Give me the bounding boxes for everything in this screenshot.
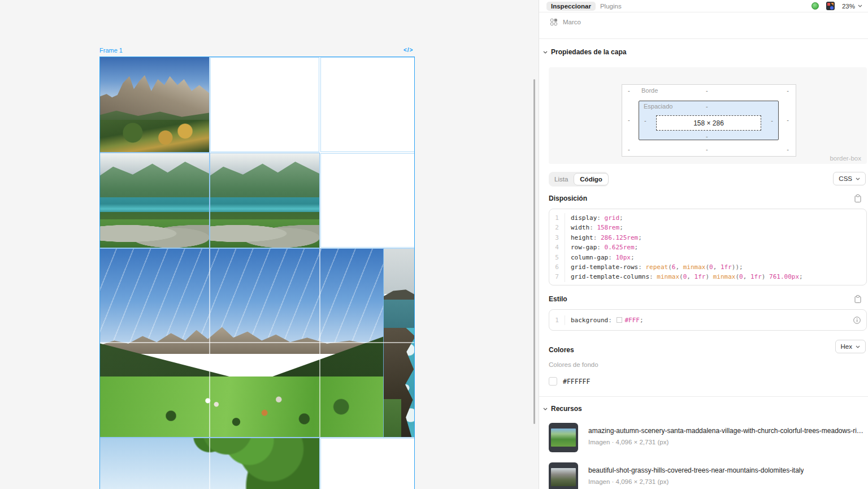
inline-color-swatch xyxy=(617,317,622,323)
border-mid-right-value: - xyxy=(787,116,789,123)
divider xyxy=(539,396,868,397)
style-code-block[interactable]: 1background: #FFF; xyxy=(549,309,867,331)
resource-item[interactable]: beautiful-shot-grassy-hills-covered-tree… xyxy=(549,462,863,489)
code-brackets-icon[interactable]: </> xyxy=(403,47,413,53)
code-line: 1background: #FFF; xyxy=(549,315,866,325)
color-hex-value: #FFFFFF xyxy=(563,378,590,386)
grid-overlay-line xyxy=(209,438,210,489)
chevron-down-icon xyxy=(856,178,860,180)
image-valley xyxy=(100,377,384,437)
padding-bottom-value: - xyxy=(706,133,708,140)
padding-right-value: - xyxy=(771,117,773,124)
zoom-control[interactable]: 23% xyxy=(842,3,862,10)
copy-style-button[interactable] xyxy=(854,295,861,303)
grid-cell-empty[interactable] xyxy=(210,57,319,152)
image-sky xyxy=(384,249,415,294)
padding-left-value: - xyxy=(644,117,646,124)
canvas-scrollbar[interactable] xyxy=(533,79,535,424)
padding-label: Espaciado xyxy=(644,103,672,110)
background-colors-label: Colores de fondo xyxy=(549,361,598,368)
border-bottom-value: - xyxy=(706,146,708,153)
tab-lista[interactable]: Lista xyxy=(549,174,574,185)
border-bottom-left-value: - xyxy=(628,146,630,153)
box-model-padding-box: Espaciado - - - - 158 × 286 xyxy=(639,101,779,140)
resource-thumbnail[interactable] xyxy=(549,462,578,489)
border-right-top-value: - xyxy=(787,87,789,94)
code-line: 5column-gap: 10px; xyxy=(549,253,866,262)
color-format-dropdown[interactable]: Hex xyxy=(835,340,866,353)
clipboard-icon xyxy=(854,295,861,303)
canvas-image-mountain-lake[interactable] xyxy=(100,153,209,248)
panel-header: Inspeccionar Plugins 23% xyxy=(539,0,868,12)
image-sky xyxy=(100,249,384,343)
canvas-image-mountain-lake[interactable] xyxy=(210,153,319,248)
code-line: 4row-gap: 0.625rem; xyxy=(549,243,866,252)
border-bottom-right-value: - xyxy=(787,146,789,153)
chevron-down-icon xyxy=(543,408,548,410)
chevron-down-icon xyxy=(858,5,862,7)
grid-cell-empty[interactable] xyxy=(320,57,415,152)
tab-plugins[interactable]: Plugins xyxy=(596,2,626,11)
marco-label: Marco xyxy=(563,19,581,25)
grid-cell-empty[interactable] xyxy=(320,438,415,489)
border-left-value: - xyxy=(628,87,630,94)
border-top-value: - xyxy=(706,87,708,94)
frame-grid-icon xyxy=(550,19,557,25)
resource-item[interactable]: amazing-autumn-scenery-santa-maddalena-v… xyxy=(549,423,863,452)
resources-header[interactable]: Recursos xyxy=(543,405,582,413)
chevron-down-icon xyxy=(856,345,860,348)
language-dropdown[interactable]: CSS xyxy=(833,172,866,185)
divider xyxy=(539,38,868,39)
chevron-down-icon xyxy=(543,51,548,54)
frame-title-label[interactable]: Frame 1 xyxy=(99,47,123,54)
image-rocks xyxy=(100,219,209,248)
style-section-title: Estilo xyxy=(549,295,567,303)
resource-meta: Imagen · 4,096 × 2,731 (px) xyxy=(588,439,863,445)
info-icon[interactable] xyxy=(853,317,861,324)
tab-codigo[interactable]: Código xyxy=(574,173,609,185)
language-dropdown-value: CSS xyxy=(839,175,852,182)
box-model-content-size: 158 × 286 xyxy=(656,115,761,131)
code-line: 1display: grid; xyxy=(549,213,866,223)
view-mode-segmented-control: Lista Código xyxy=(549,172,609,187)
box-model-border-box: Borde - - - - - - - - Espaciado - - - - … xyxy=(622,84,796,157)
plugin-app-icon[interactable] xyxy=(826,2,835,10)
canvas-area[interactable]: Frame 1 </> xyxy=(0,0,539,489)
zoom-level: 23% xyxy=(842,3,855,10)
image-forest xyxy=(100,120,209,152)
code-line: 7grid-template-columns: minmax(0, 1fr) m… xyxy=(549,272,866,282)
code-line: 6grid-template-rows: repeat(6, minmax(0,… xyxy=(549,262,866,272)
frame-1[interactable] xyxy=(99,57,415,489)
layout-section-title: Disposición xyxy=(549,194,587,202)
image-rocks xyxy=(210,219,319,248)
resource-thumbnail[interactable] xyxy=(549,423,578,452)
background-color-row[interactable]: #FFFFFF xyxy=(549,377,590,386)
colors-section-title: Colores xyxy=(549,346,574,354)
color-format-value: Hex xyxy=(841,343,852,350)
border-mid-left-value: - xyxy=(628,116,630,123)
image-vegetation xyxy=(384,399,401,437)
layer-properties-title: Propiedades de la capa xyxy=(551,48,626,56)
box-model-diagram: Borde - - - - - - - - Espaciado - - - - … xyxy=(549,67,867,164)
inspect-panel: Inspeccionar Plugins 23% Marco Propiedad… xyxy=(539,0,868,489)
layer-properties-header[interactable]: Propiedades de la capa xyxy=(543,48,626,56)
collaborator-avatar[interactable] xyxy=(811,2,819,10)
copy-layout-button[interactable] xyxy=(854,194,861,202)
clipboard-icon xyxy=(854,194,861,202)
grid-cell-empty[interactable] xyxy=(320,153,415,248)
border-label: Borde xyxy=(641,87,658,94)
layout-code-block[interactable]: 1display: grid;2width: 158rem;3height: 2… xyxy=(549,209,867,285)
box-sizing-label: border-box xyxy=(830,155,861,162)
marco-row[interactable]: Marco xyxy=(550,19,581,25)
grid-overlay-line xyxy=(100,342,415,343)
resource-name: amazing-autumn-scenery-santa-maddalena-v… xyxy=(588,427,863,435)
padding-top-value: - xyxy=(706,103,708,110)
code-line: 3height: 286.125rem; xyxy=(549,233,866,243)
resource-meta: Imagen · 4,096 × 2,731 (px) xyxy=(588,478,804,485)
color-swatch[interactable] xyxy=(549,377,557,386)
code-line: 2width: 158rem; xyxy=(549,223,866,232)
tab-inspeccionar[interactable]: Inspeccionar xyxy=(546,2,596,11)
resource-name: beautiful-shot-grassy-hills-covered-tree… xyxy=(588,466,804,474)
resources-title: Recursos xyxy=(551,405,582,413)
canvas-image-autumn-mountains[interactable] xyxy=(100,57,209,152)
